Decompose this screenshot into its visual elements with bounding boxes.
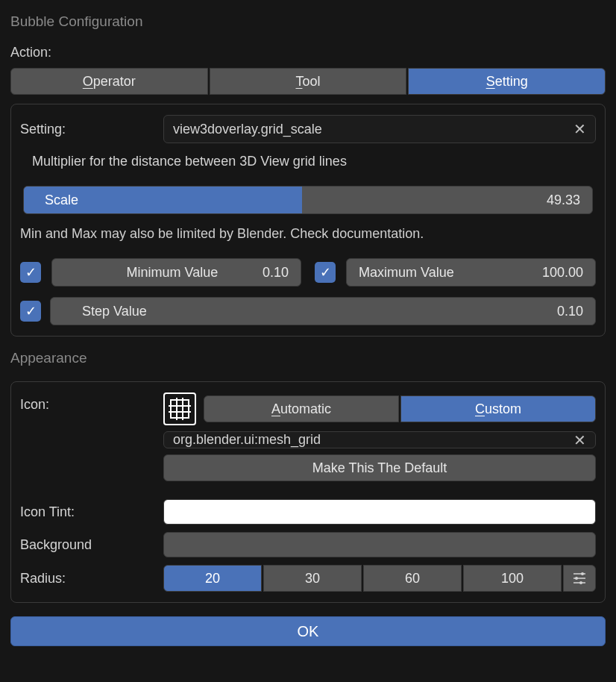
max-label: Maximum Value: [359, 265, 454, 281]
ok-button[interactable]: OK: [10, 616, 606, 646]
min-checkbox[interactable]: ✓: [20, 262, 41, 283]
tab-setting[interactable]: Setting: [408, 68, 606, 95]
tint-label: Icon Tint:: [20, 504, 154, 520]
radius-options: 20 30 60 100: [163, 565, 596, 592]
svg-rect-0: [171, 400, 189, 418]
min-label: Minimum Value: [127, 265, 219, 281]
sliders-icon: [572, 572, 587, 585]
tab-tool[interactable]: Tool: [210, 68, 407, 95]
background-label: Background: [20, 537, 154, 553]
grid-icon: [169, 398, 191, 420]
minmax-note: Min and Max may also be limited by Blend…: [20, 226, 596, 242]
dialog-title: Bubble Configuration: [10, 13, 606, 30]
min-value-field[interactable]: Minimum Value 0.10: [51, 258, 301, 287]
appearance-title: Appearance: [10, 350, 606, 366]
icon-path-value: org.blender.ui:mesh_grid: [173, 432, 321, 448]
step-value: 0.10: [557, 304, 583, 319]
scale-slider-label: Scale: [24, 193, 78, 208]
clear-icon-path-icon[interactable]: ✕: [573, 433, 586, 448]
max-value-field[interactable]: Maximum Value 100.00: [346, 258, 596, 287]
appearance-frame: Icon:: [10, 381, 606, 603]
svg-point-14: [581, 572, 584, 575]
setting-description: Multiplier for the distance between 3D V…: [32, 154, 591, 169]
radius-settings-button[interactable]: [563, 565, 596, 592]
step-label: Step Value: [82, 304, 147, 319]
setting-frame: Setting: view3doverlay.grid_scale ✕ Mult…: [10, 104, 606, 337]
icon-path-input[interactable]: org.blender.ui:mesh_grid ✕: [163, 431, 596, 448]
setting-path-input[interactable]: view3doverlay.grid_scale ✕: [163, 115, 596, 143]
radius-30[interactable]: 30: [263, 565, 362, 592]
max-checkbox[interactable]: ✓: [315, 262, 336, 283]
setting-path-value: view3doverlay.grid_scale: [173, 122, 322, 137]
icon-tint-swatch[interactable]: [163, 499, 596, 525]
tab-operator[interactable]: Operator: [10, 68, 208, 95]
max-value: 100.00: [542, 265, 583, 281]
min-value: 0.10: [263, 265, 289, 281]
radius-60[interactable]: 60: [363, 565, 462, 592]
radius-100[interactable]: 100: [463, 565, 562, 592]
scale-slider-value: 49.33: [547, 193, 592, 208]
action-label: Action:: [10, 45, 606, 60]
radius-20[interactable]: 20: [163, 565, 262, 592]
step-checkbox[interactable]: ✓: [20, 301, 41, 322]
icon-mode-automatic[interactable]: Automatic: [204, 395, 399, 422]
icon-preview: [163, 392, 196, 425]
svg-point-18: [579, 581, 582, 584]
scale-slider[interactable]: Scale 49.33: [23, 186, 593, 214]
icon-mode-custom[interactable]: Custom: [400, 395, 596, 422]
background-swatch[interactable]: [163, 532, 596, 557]
make-default-button[interactable]: Make This The Default: [163, 454, 596, 481]
setting-field-label: Setting:: [20, 122, 154, 137]
radius-label: Radius:: [20, 571, 154, 586]
action-tabs: Operator Tool Setting: [10, 68, 606, 95]
icon-label: Icon:: [20, 392, 154, 413]
step-value-field[interactable]: Step Value 0.10: [50, 297, 596, 325]
clear-setting-icon[interactable]: ✕: [573, 122, 586, 137]
svg-point-16: [575, 577, 578, 580]
